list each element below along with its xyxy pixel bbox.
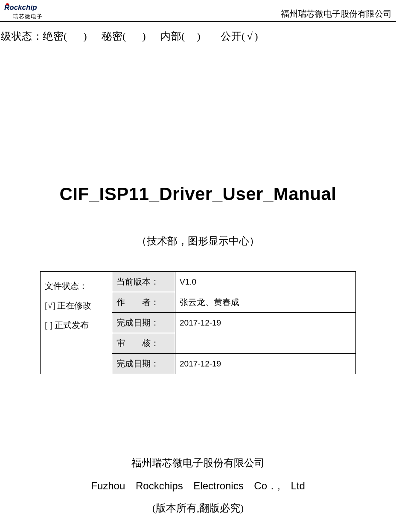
row-value: 张云龙、黄春成 — [175, 292, 356, 313]
class-topsecret-label: 绝密 — [43, 31, 64, 42]
document-subtitle: （技术部，图形显示中心） — [0, 234, 396, 248]
row-label: 审 核： — [112, 333, 175, 354]
logo-subtext: 瑞芯微电子 — [13, 13, 43, 20]
footer-block: 福州瑞芯微电子股份有限公司 Fuzhou Rockchips Electroni… — [0, 456, 396, 515]
page-header: Rockchip 瑞芯微电子 福州瑞芯微电子股份有限公司 — [0, 0, 396, 22]
svg-text:Rockchip: Rockchip — [4, 3, 37, 12]
row-value: 2017-12-19 — [175, 313, 356, 333]
file-status-editing: [√] 正在修改 — [45, 296, 108, 315]
info-table: 文件状态： [√] 正在修改 [ ] 正式发布 当前版本： V1.0 作 者： … — [40, 271, 356, 374]
row-value — [175, 333, 356, 354]
row-label: 完成日期： — [112, 354, 175, 374]
document-title: CIF_ISP11_Driver_User_Manual — [0, 184, 396, 204]
class-public-label: 公开 — [221, 31, 242, 42]
file-status-heading: 文件状态： — [45, 281, 87, 291]
class-internal-label: 内部 — [160, 31, 181, 42]
footer-company-cn: 福州瑞芯微电子股份有限公司 — [0, 456, 396, 470]
class-public-mark: √ — [245, 31, 255, 42]
row-label: 作 者： — [112, 292, 175, 313]
classification-prefix: 级状态： — [1, 31, 43, 42]
rockchip-logo-icon: Rockchip — [4, 3, 51, 14]
row-value: 2017-12-19 — [175, 354, 356, 374]
file-status-released: [ ] 正式发布 — [45, 315, 108, 335]
row-label: 完成日期： — [112, 313, 175, 333]
class-secret-label: 秘密 — [102, 31, 122, 42]
file-status-cell: 文件状态： [√] 正在修改 [ ] 正式发布 — [41, 272, 112, 374]
row-label: 当前版本： — [112, 272, 175, 292]
header-company-name: 福州瑞芯微电子股份有限公司 — [281, 8, 392, 20]
classification-line: 级状态：绝密()秘密()内部() 公开(√) — [0, 22, 396, 43]
row-value: V1.0 — [175, 272, 356, 292]
table-row: 文件状态： [√] 正在修改 [ ] 正式发布 当前版本： V1.0 — [41, 272, 356, 292]
footer-copyright: (版本所有,翻版必究) — [0, 501, 396, 515]
footer-company-en: Fuzhou Rockchips Electronics Co．, Ltd — [0, 479, 396, 493]
logo-block: Rockchip 瑞芯微电子 — [4, 3, 51, 20]
